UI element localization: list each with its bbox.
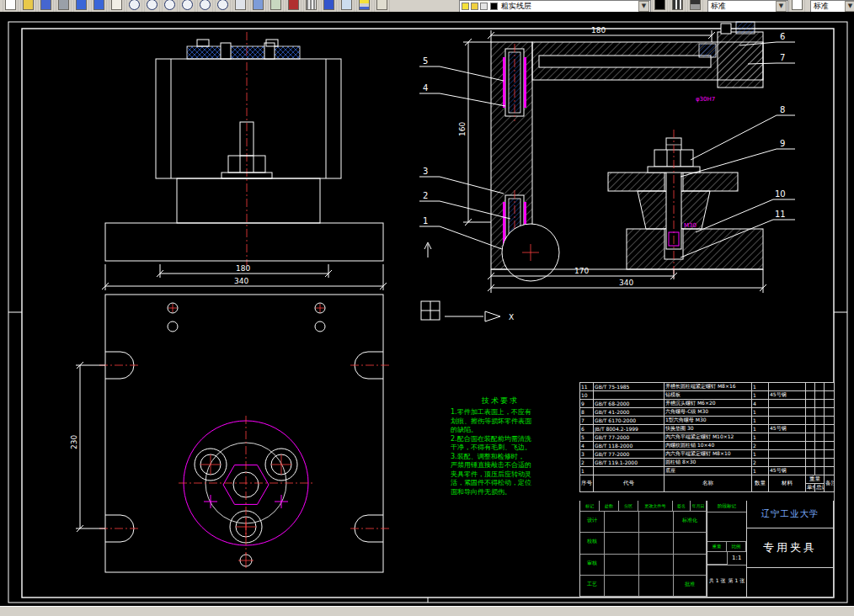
title-block: 11GB/T 75-1985开槽长圆柱端紧定螺钉 M8×16110钻模板145号…	[579, 382, 834, 597]
color-control-icon[interactable]	[652, 0, 668, 13]
bom-cell: 1	[752, 417, 769, 425]
bom-row: 8GB/T 41-2000六角螺母-C级 M301	[580, 408, 835, 417]
bom-cell	[806, 467, 815, 475]
bom-cell: 5	[580, 433, 594, 442]
pan-icon[interactable]	[109, 0, 125, 13]
bom-header-cell: 单件	[806, 484, 815, 492]
bom-cell	[815, 400, 825, 408]
field-label: 校核	[580, 533, 605, 554]
toolbar: 粗实线层 ▼ 标准 ▼ 标准 ▼	[0, 0, 854, 13]
bom-cell: 2	[752, 442, 769, 450]
bom-cell	[806, 391, 815, 400]
text-style-icon[interactable]	[789, 0, 805, 13]
field-label: 阶段标记	[707, 501, 746, 512]
scale-value: 1:1	[728, 552, 747, 565]
bom-cell: 1	[752, 408, 769, 417]
text-style-dropdown[interactable]: 标准 ▼	[707, 0, 788, 13]
properties-icon[interactable]	[339, 0, 355, 13]
zoom-out-icon[interactable]	[197, 0, 213, 13]
balloon-label: 3	[423, 167, 428, 176]
dimension-label: 230	[70, 435, 78, 449]
field-cell	[605, 533, 639, 554]
zoom-in-icon[interactable]	[179, 0, 195, 13]
balloon-label: 9	[780, 139, 785, 148]
tech-req-line: 划痕、擦伤等损坏零件表面	[451, 417, 550, 427]
bom-cell	[825, 433, 835, 442]
qnew-icon[interactable]	[3, 0, 19, 13]
field-cell	[674, 555, 707, 576]
balloon-label: 1	[423, 216, 428, 226]
dim-style-label: 标准	[812, 1, 845, 12]
save-icon[interactable]	[38, 0, 54, 13]
thread-callout: M30	[684, 222, 697, 229]
zoom-previous-icon[interactable]	[162, 0, 178, 13]
bom-cell: 1	[752, 467, 769, 475]
undo-icon[interactable]	[73, 0, 89, 13]
bom-cell	[825, 391, 835, 400]
tech-req-line: 活，紧固件不得松动，定位	[451, 479, 550, 488]
balloon-label: 7	[780, 53, 785, 62]
zoom-window-icon[interactable]	[144, 0, 160, 13]
bom-header-cell: 序号	[580, 475, 594, 492]
regen-icon[interactable]	[232, 0, 248, 13]
bom-row: 6JB/T 8004.2-1999快换垫圈 30145号钢	[580, 425, 835, 433]
technical-requirements: 技术要求 1.零件加工表面上，不应有划痕、擦伤等损坏零件表面的缺陷。2.配合面在…	[451, 396, 550, 497]
linetype-icon[interactable]	[670, 0, 686, 13]
drawing-title: 专用夹具	[747, 528, 833, 568]
signature-row: 校核	[580, 533, 707, 554]
lineweight-icon[interactable]	[687, 0, 703, 13]
signature-grid: 标记 处数 分区 更改文件号 签名 年月日 设计 标准化 校核	[580, 501, 707, 597]
chevron-down-icon[interactable]: ▼	[638, 1, 649, 12]
sheet-info: 共 1 张 第 1 张	[707, 566, 746, 597]
field-label: 标准化	[674, 512, 707, 533]
field-label: 审核	[580, 555, 605, 576]
zoom-extents-icon[interactable]	[215, 0, 231, 13]
grid-icon[interactable]	[303, 0, 319, 13]
bom-row: 2GB/T 119.1-2000圆柱销 8×302	[580, 459, 835, 467]
3d-views-icon[interactable]	[268, 0, 284, 13]
bom-cell	[806, 459, 815, 467]
field-label: 年月日	[691, 501, 707, 512]
bom-cell	[806, 400, 815, 408]
balloon-label: 10	[775, 189, 786, 199]
chevron-down-icon[interactable]: ▼	[845, 1, 854, 12]
redo-icon[interactable]	[91, 0, 107, 13]
print-icon[interactable]	[56, 0, 72, 13]
layer-on-icon	[462, 3, 469, 10]
open-icon[interactable]	[20, 0, 36, 13]
title-block-lower: 标记 处数 分区 更改文件号 签名 年月日 设计 标准化 校核	[579, 501, 834, 597]
field-label: 批准	[674, 576, 707, 597]
field-label: 标记	[580, 501, 600, 512]
tech-req-title: 技术要求	[451, 396, 550, 406]
bom-header-cell: 代号	[594, 475, 665, 492]
bom-cell	[769, 459, 806, 467]
bom-cell: 1	[752, 433, 769, 442]
field-label: 分区	[619, 501, 638, 512]
bom-cell	[825, 417, 835, 425]
field-cell	[605, 555, 639, 576]
bom-cell	[594, 467, 665, 475]
bom-cell	[825, 408, 835, 417]
layer-dropdown[interactable]: 粗实线层 ▼	[459, 0, 651, 13]
bom-row: 1底座145号钢	[580, 467, 835, 475]
tech-req-line: 严禁用锤直接敲击不合适的	[451, 461, 550, 470]
layer-states-icon[interactable]	[374, 0, 390, 13]
named-views-icon[interactable]	[250, 0, 266, 13]
zoom-realtime-icon[interactable]	[126, 0, 142, 13]
chevron-down-icon[interactable]: ▼	[776, 1, 787, 12]
bom-row: 10钻模板145号钢	[580, 391, 835, 400]
field-label: 工艺	[580, 576, 605, 597]
toolbar-icons-right	[788, 0, 806, 13]
bom-cell: 7	[580, 417, 594, 425]
revision-row: 标记 处数 分区 更改文件号 签名 年月日	[580, 501, 707, 512]
layers-icon[interactable]	[356, 0, 372, 13]
render-icon[interactable]	[286, 0, 302, 13]
bom-cell	[769, 408, 806, 417]
bom-cell: GB/T 68-2000	[594, 400, 665, 408]
drawing-canvas[interactable]: 180 340	[0, 12, 854, 606]
help-icon[interactable]	[321, 0, 337, 13]
field-cell	[639, 512, 674, 533]
dim-style-dropdown[interactable]: 标准 ▼	[810, 0, 854, 13]
org-product-block: 辽宁工业大学 专用夹具	[747, 501, 833, 597]
balloon-label: 8	[780, 105, 785, 114]
